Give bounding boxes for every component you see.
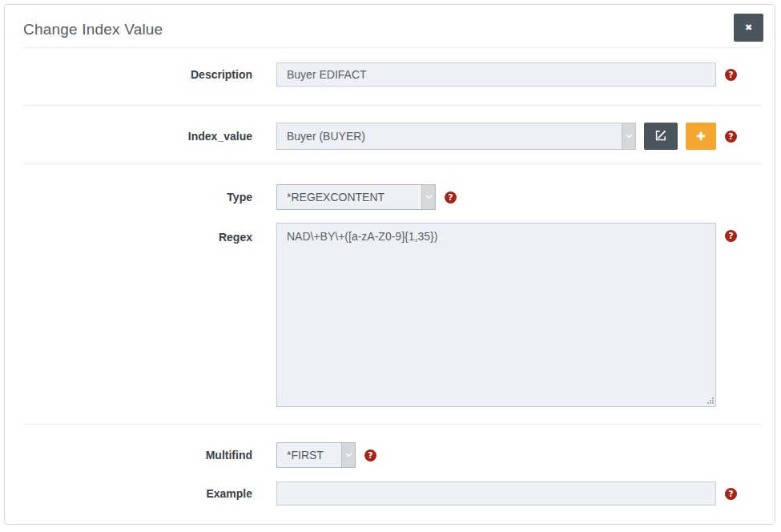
description-row: Description ? xyxy=(5,62,775,87)
index-value-section: Index_value Buyer (BUYER) ✚ xyxy=(5,106,775,163)
help-icon[interactable]: ? xyxy=(725,230,737,242)
description-label: Description xyxy=(5,68,252,81)
regex-textarea[interactable] xyxy=(276,223,716,407)
close-button[interactable]: ✖ xyxy=(734,14,763,42)
example-label: Example xyxy=(5,487,252,500)
regex-row: Regex ? xyxy=(5,223,775,407)
help-icon[interactable]: ? xyxy=(445,191,457,204)
multifind-example-section: Multifind *FIRST ? Example ? xyxy=(5,425,775,506)
help-icon[interactable]: ? xyxy=(725,69,737,81)
index-value-selected-option: Buyer (BUYER) xyxy=(287,130,365,143)
type-select[interactable]: *REGEXCONTENT xyxy=(276,184,436,210)
chevron-down-icon xyxy=(622,123,635,149)
page-title: Change Index Value xyxy=(23,21,763,38)
add-index-value-button[interactable]: ✚ xyxy=(686,123,716,150)
modal-header: Change Index Value ✖ xyxy=(5,5,775,47)
chevron-down-icon xyxy=(341,443,355,467)
type-selected-option: *REGEXCONTENT xyxy=(287,191,384,204)
help-icon[interactable]: ? xyxy=(364,449,376,461)
example-row: Example ? xyxy=(5,482,775,506)
chevron-down-icon xyxy=(421,185,435,209)
regex-label: Regex xyxy=(5,223,252,244)
index-value-row: Index_value Buyer (BUYER) ✚ xyxy=(5,123,775,150)
change-index-value-modal: Change Index Value ✖ Description ? Index… xyxy=(4,4,775,525)
type-row: Type *REGEXCONTENT ? xyxy=(5,184,775,210)
regex-textarea-wrap xyxy=(276,223,716,407)
edit-index-value-button[interactable] xyxy=(644,123,678,150)
index-value-label: Index_value xyxy=(5,130,252,143)
type-regex-section: Type *REGEXCONTENT ? Regex ? xyxy=(5,164,775,424)
description-section: Description ? xyxy=(5,48,775,105)
edit-icon xyxy=(654,129,667,144)
multifind-select[interactable]: *FIRST xyxy=(276,442,356,468)
multifind-label: Multifind xyxy=(5,449,252,461)
help-icon[interactable]: ? xyxy=(725,131,737,143)
multifind-selected-option: *FIRST xyxy=(287,449,324,461)
plus-icon: ✚ xyxy=(696,130,706,143)
multifind-row: Multifind *FIRST ? xyxy=(5,442,775,468)
type-label: Type xyxy=(5,191,252,204)
description-input[interactable] xyxy=(276,62,716,87)
example-input[interactable] xyxy=(276,482,716,506)
index-value-select[interactable]: Buyer (BUYER) xyxy=(276,123,636,150)
close-icon: ✖ xyxy=(745,22,752,33)
help-icon[interactable]: ? xyxy=(725,488,737,500)
